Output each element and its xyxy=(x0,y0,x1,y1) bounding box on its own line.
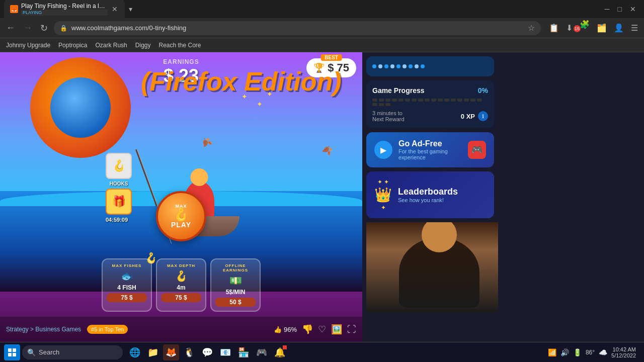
pd-10 xyxy=(431,99,436,102)
firefox-inner xyxy=(50,77,111,138)
tab-list-arrow[interactable]: ▾ xyxy=(125,5,136,13)
leaderboard-card[interactable]: ✦ ✦ 👑 ✦ Leaderboards See how you rank! xyxy=(366,171,494,218)
gift-box[interactable]: 🎁 xyxy=(106,189,132,215)
person-head xyxy=(422,222,457,252)
date: 5/12/2022 xyxy=(611,352,636,358)
bookmark-reach-the-core[interactable]: Reach the Core xyxy=(158,42,201,49)
leaderboard-title: Leaderboards xyxy=(398,187,486,197)
taskbar-email[interactable]: 📧 xyxy=(217,344,233,360)
top-ten-badge[interactable]: #5 in Top Ten xyxy=(87,325,128,334)
pd-11 xyxy=(438,99,443,102)
containers-icon[interactable]: 🗂️ xyxy=(595,21,609,35)
upgrade-offline-earnings[interactable]: OFFLINE EARNINGS 💵 5$/MIN 50 $ xyxy=(210,258,261,312)
sync-icon[interactable]: 👤 xyxy=(612,21,626,35)
upgrade-max-depth[interactable]: MAX DEPTH 🪝 4m 75 $ xyxy=(156,258,206,312)
pd-4 xyxy=(392,99,397,102)
breadcrumb: Strategy > Business Games xyxy=(6,326,81,333)
browser-chrome: 🦊 Play Tiny Fishing - Reel in a leg... P… xyxy=(0,0,644,52)
notification-dot xyxy=(283,345,287,349)
bookmark-poptropica[interactable]: Poptropica xyxy=(58,42,87,49)
minimize-button[interactable]: ─ xyxy=(605,5,610,13)
play-button[interactable]: MAX 🪝 PLAY xyxy=(156,191,206,241)
forward-button[interactable]: → xyxy=(21,21,34,35)
earnings-label: EARNINGS xyxy=(163,58,199,65)
favorite-icon[interactable]: ♡ xyxy=(318,324,326,335)
battery-icon: 🔋 xyxy=(573,348,582,356)
dot-5 xyxy=(396,64,400,68)
time-display: 10:42 AM 5/12/2022 xyxy=(611,346,636,358)
address-bar[interactable]: 🔒 www.coolmathgames.com/0-tiny-fishing ☆ xyxy=(54,21,541,35)
taskbar-penguin[interactable]: 🐧 xyxy=(181,344,197,360)
firefox-logo xyxy=(0,52,156,158)
game-bottom-bar: Strategy > Business Games #5 in Top Ten … xyxy=(0,317,362,342)
character-head xyxy=(191,168,208,186)
taskbar-store[interactable]: 🏪 xyxy=(235,344,252,360)
webcam-area xyxy=(366,222,498,313)
bookmark-johnny-upgrade[interactable]: Johnny Upgrade xyxy=(6,42,50,49)
pd-6 xyxy=(405,99,410,102)
firefox-edition-title: (Firefox Edition) xyxy=(141,67,362,96)
sparkle-2: ✦ xyxy=(257,100,263,108)
pd-2 xyxy=(379,99,384,102)
temp-display: 86° xyxy=(586,349,595,356)
progress-dots xyxy=(372,64,425,68)
taskbar-notification[interactable]: 🔔 xyxy=(272,344,288,360)
start-button[interactable] xyxy=(4,344,20,360)
bookmark-ozark-rush[interactable]: Ozark Rush xyxy=(95,42,127,49)
upgrade-depth-label: MAX DEPTH xyxy=(161,263,201,268)
taskbar-game[interactable]: 🎮 xyxy=(254,344,270,360)
progress-header: Game Progress 0% xyxy=(372,86,488,95)
tab-close-button[interactable]: ✕ xyxy=(111,5,119,13)
download-icon[interactable]: ⬇ xyxy=(564,22,575,34)
adfree-text: Go Ad-Free For the best gaming experienc… xyxy=(398,139,462,160)
pd-18 xyxy=(372,103,377,106)
active-tab[interactable]: 🦊 Play Tiny Fishing - Reel in a leg... P… xyxy=(4,0,125,19)
bookmarks-bar: Johnny Upgrade Poptropica Ozark Rush Dig… xyxy=(0,38,644,52)
notification-count: 15 xyxy=(574,25,581,32)
taskbar: 🔍 Search 🌐 📁 🦊 🐧 💬 📧 🏪 🎮 🔔 📶 🔊 🔋 86° ☁️ … xyxy=(0,342,644,362)
taskbar-icons: 🌐 📁 🦊 🐧 💬 📧 🏪 🎮 🔔 xyxy=(127,344,288,360)
crown-icon: 👑 xyxy=(374,187,392,203)
taskbar-globe[interactable]: 🌐 xyxy=(127,344,143,360)
restore-button[interactable]: □ xyxy=(618,5,622,13)
reward-text-group: 3 minutes to Next Reward xyxy=(372,110,405,122)
upgrade-offline-label: OFFLINE EARNINGS xyxy=(215,263,256,273)
upgrade-offline-value: 5$/MIN xyxy=(215,289,256,296)
dot-3 xyxy=(384,64,388,68)
taskbar-search[interactable]: 🔍 Search xyxy=(22,345,123,359)
adfree-subtitle: For the best gaming experience xyxy=(398,148,462,160)
pd-17 xyxy=(477,99,482,102)
taskbar-explorer[interactable]: 📁 xyxy=(145,344,161,360)
reward-text-line2: Next Reward xyxy=(372,116,405,122)
bookmark-diggy[interactable]: Diggy xyxy=(135,42,151,49)
adfree-card[interactable]: ▶ Go Ad-Free For the best gaming experie… xyxy=(366,132,494,167)
refresh-button[interactable]: ↻ xyxy=(38,21,50,36)
bookmark-star-icon[interactable]: ☆ xyxy=(528,23,535,33)
pd-14 xyxy=(457,99,462,102)
adfree-title: Go Ad-Free xyxy=(398,139,462,148)
pocket-icon[interactable]: 📋 xyxy=(547,21,561,35)
sq2 xyxy=(13,348,16,352)
upgrade-depth-value: 4m xyxy=(161,284,201,291)
game-area[interactable]: (Firefox Edition) ✦ ✦ ✦ 🍂 🍂 EARNINGS $ 2… xyxy=(0,52,362,342)
upgrade-depth-icon: 🪝 xyxy=(161,270,201,282)
thumbs-down-icon[interactable]: 👎 xyxy=(302,324,313,335)
sq4 xyxy=(13,353,16,356)
left-panel: 🪝 HOOKS 🎁 04:59:09 xyxy=(106,153,132,223)
tab-badge: PLAYING xyxy=(21,10,108,16)
reward-text-line1: 3 minutes to xyxy=(372,110,405,116)
screenshot-icon[interactable]: 🖼️ xyxy=(331,324,342,335)
taskbar-firefox[interactable]: 🦊 xyxy=(163,344,179,360)
taskbar-discord[interactable]: 💬 xyxy=(199,344,215,360)
back-button[interactable]: ← xyxy=(4,21,17,35)
dot-8 xyxy=(415,64,419,68)
expand-icon[interactable]: ⛶ xyxy=(347,324,356,335)
upgrade-offline-icon: 💵 xyxy=(215,275,256,287)
menu-button[interactable]: ☰ xyxy=(629,21,640,35)
best-label: BEST xyxy=(320,54,342,61)
thumbs-up-icon[interactable]: 👍 xyxy=(274,326,282,333)
progress-title: Game Progress xyxy=(372,86,425,95)
upgrade-max-fishes[interactable]: MAX FISHES 🐟 4 FISH 75 $ xyxy=(102,258,152,312)
close-button[interactable]: ✕ xyxy=(630,5,636,13)
leaderboard-subtitle: See how you rank! xyxy=(398,197,486,203)
